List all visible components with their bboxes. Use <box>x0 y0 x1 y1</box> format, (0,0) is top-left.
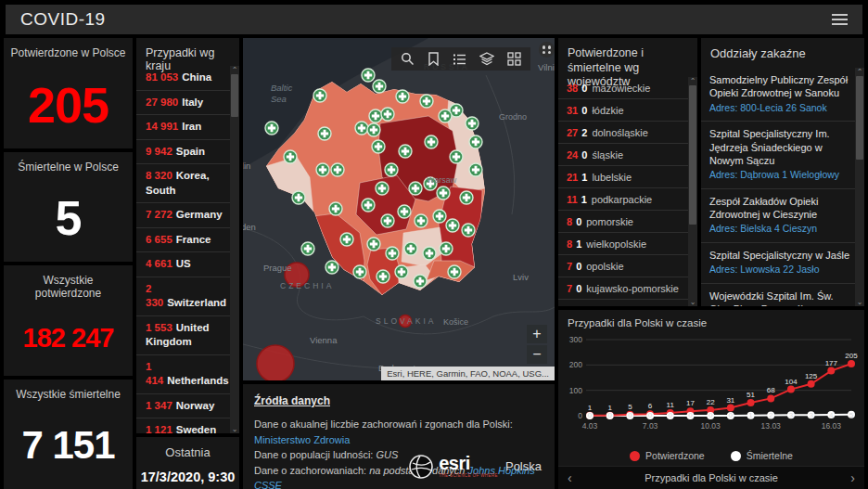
hospital-marker-icon[interactable] <box>433 210 446 223</box>
hospital-marker-icon[interactable] <box>425 135 438 148</box>
carousel-next-icon[interactable]: › <box>850 471 855 484</box>
scrollbar-thumb[interactable] <box>231 74 238 117</box>
hospital-row[interactable]: Szpital Specjalistyczny w JaśleAdres: Lw… <box>701 243 855 284</box>
data-point-potwierdzone[interactable] <box>747 399 755 406</box>
hospital-marker-icon[interactable] <box>373 80 386 93</box>
country-row[interactable]: 7 272Germany <box>136 203 230 228</box>
expand-widget-icon[interactable] <box>539 42 555 58</box>
voivodeships-list[interactable]: 380mazowieckie310łódzkie272dolnośląskie2… <box>558 77 688 306</box>
country-row[interactable]: 27 980Italy <box>136 91 230 116</box>
hospital-marker-icon[interactable] <box>367 123 380 136</box>
hospitals-list[interactable]: Samodzielny Publiczny Zespół Opieki Zdro… <box>701 68 855 306</box>
hospital-marker-icon[interactable] <box>376 182 389 195</box>
zoom-in-button[interactable]: + <box>527 325 547 343</box>
voivodeship-row[interactable]: 310łódzkie <box>558 99 688 122</box>
country-row[interactable]: 1 414Netherlands <box>136 355 230 394</box>
scrollbar-thumb[interactable] <box>689 85 696 225</box>
hospital-marker-icon[interactable] <box>448 265 461 278</box>
hospital-marker-icon[interactable] <box>404 242 417 255</box>
hospital-marker-icon[interactable] <box>292 191 305 204</box>
carousel-prev-icon[interactable]: ‹ <box>568 471 572 484</box>
hospital-marker-icon[interactable] <box>409 182 422 195</box>
country-row[interactable]: 1 121Sweden <box>136 418 230 433</box>
scrollbar-thumb[interactable] <box>856 76 863 160</box>
hospital-marker-icon[interactable] <box>326 261 338 274</box>
voivodeship-row[interactable]: 70opolskie <box>558 255 688 277</box>
hospital-marker-icon[interactable] <box>301 242 314 255</box>
hospital-marker-icon[interactable] <box>318 127 331 140</box>
poland-map[interactable] <box>243 38 555 380</box>
voivodeship-row[interactable]: 380mazowieckie <box>558 77 688 99</box>
voivodeship-row[interactable]: 272dolnośląskie <box>558 122 688 144</box>
data-point-potwierdzone[interactable] <box>787 386 795 393</box>
country-row[interactable]: 81 053China <box>136 66 230 91</box>
hospital-marker-icon[interactable] <box>414 275 427 288</box>
scroll-down-icon[interactable]: ⌄ <box>857 298 863 306</box>
country-row[interactable]: 2 330Switzerland <box>136 277 230 316</box>
data-point-potwierdzone[interactable] <box>767 394 774 402</box>
hospital-row[interactable]: Wojewódzki Szpital Im. Św. Ojca Pio w Pr… <box>701 284 855 306</box>
hospital-marker-icon[interactable] <box>284 150 297 163</box>
scroll-up-icon[interactable]: ⌃ <box>690 77 696 85</box>
country-row[interactable]: 6 655France <box>136 228 230 253</box>
hospital-marker-icon[interactable] <box>450 150 463 163</box>
hospital-marker-icon[interactable] <box>415 214 428 227</box>
bookmark-icon[interactable] <box>428 52 440 66</box>
hospital-marker-icon[interactable] <box>423 247 436 260</box>
country-row[interactable]: 14 991Iran <box>136 115 230 140</box>
hospital-marker-icon[interactable] <box>329 202 342 215</box>
hospital-marker-icon[interactable] <box>466 117 479 130</box>
country-row[interactable]: 9 942Spain <box>136 140 230 165</box>
hospital-marker-icon[interactable] <box>367 238 380 251</box>
basemap-grid-icon[interactable] <box>507 52 521 66</box>
hospital-marker-icon[interactable] <box>399 145 412 158</box>
voivodeship-row[interactable]: 80pomorskie <box>558 211 688 233</box>
hospital-marker-icon[interactable] <box>381 214 394 227</box>
hospital-marker-icon[interactable] <box>460 191 473 204</box>
legend-list-icon[interactable] <box>453 53 466 66</box>
data-point-potwierdzone[interactable] <box>827 367 835 375</box>
voivodeship-row[interactable]: 70kujawsko-pomorskie <box>558 277 688 300</box>
hospital-marker-icon[interactable] <box>469 163 482 176</box>
hospital-marker-icon[interactable] <box>369 109 382 122</box>
hamburger-menu-icon[interactable] <box>832 14 848 25</box>
hospital-marker-icon[interactable] <box>355 122 368 135</box>
map-panel[interactable]: Baltic SeaRUSSIAVilniusGrodnoBerlinDresd… <box>243 38 555 380</box>
hospital-marker-icon[interactable] <box>469 135 482 148</box>
search-icon[interactable] <box>401 52 415 66</box>
scroll-down-icon[interactable]: ⌄ <box>232 425 238 433</box>
data-point-potwierdzone[interactable] <box>848 360 855 367</box>
hospital-marker-icon[interactable] <box>331 163 344 176</box>
legend-item[interactable]: Śmiertelne <box>731 450 793 461</box>
scroll-up-icon[interactable]: ⌃ <box>232 66 238 74</box>
voivodeship-row[interactable]: 81wielkopolskie <box>558 233 688 255</box>
hospital-marker-icon[interactable] <box>398 205 411 218</box>
hospital-marker-icon[interactable] <box>440 242 453 255</box>
voivodeship-row[interactable]: 70warmińsko-mazurskie <box>558 300 688 306</box>
hospital-marker-icon[interactable] <box>386 247 399 260</box>
hospital-marker-icon[interactable] <box>385 163 398 176</box>
hospital-row[interactable]: Szpital Specjalistyczny Im. Jędrzeja Śni… <box>701 122 855 189</box>
voivodeships-scrollbar[interactable]: ⌃ ⌄ <box>688 77 697 306</box>
hospital-marker-icon[interactable] <box>362 69 375 82</box>
line-chart[interactable]: 01002003004.037.0310.0313.0316.031156111… <box>558 330 864 440</box>
hospitals-scrollbar[interactable]: ⌃ ⌄ <box>855 68 864 306</box>
hospital-marker-icon[interactable] <box>362 199 375 212</box>
zoom-out-button[interactable]: − <box>527 345 547 364</box>
country-row[interactable]: 4 661US <box>136 252 230 277</box>
hospital-marker-icon[interactable] <box>313 89 326 102</box>
hospital-row[interactable]: Zespół Zakładów Opieki Zdrowotnej w Cies… <box>701 189 855 243</box>
hospital-address-link[interactable]: Adres: Dąbrowa 1 Wielogłowy <box>709 169 849 182</box>
hospital-row[interactable]: Samodzielny Publiczny Zespół Opieki Zdro… <box>701 68 855 122</box>
hospital-marker-icon[interactable] <box>420 95 433 108</box>
countries-list[interactable]: 81 053China27 980Italy14 991Iran9 942Spa… <box>136 66 230 433</box>
hospital-marker-icon[interactable] <box>424 177 437 190</box>
hospital-marker-icon[interactable] <box>372 140 385 153</box>
country-row[interactable]: 8 320Korea, South <box>136 164 230 203</box>
hospital-address-link[interactable]: Adres: Lwowska 22 Jasło <box>709 264 849 277</box>
hospital-marker-icon[interactable] <box>377 270 389 283</box>
hospital-marker-icon[interactable] <box>439 109 452 122</box>
hospital-marker-icon[interactable] <box>437 187 450 199</box>
hospital-marker-icon[interactable] <box>396 90 409 103</box>
legend-item[interactable]: Potwierdzone <box>630 450 705 461</box>
